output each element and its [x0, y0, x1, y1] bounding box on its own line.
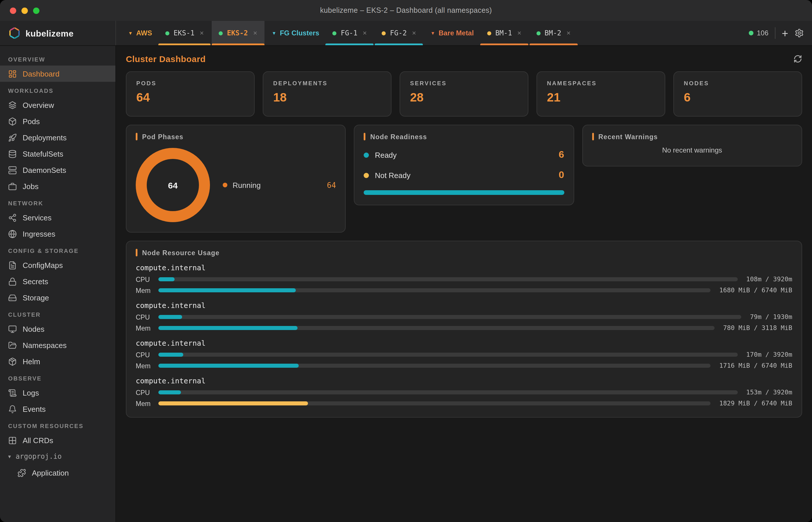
- sidebar-item-overview[interactable]: Overview: [0, 97, 116, 113]
- node-name: compute.internal: [136, 301, 792, 310]
- minimize-window-button[interactable]: [21, 7, 28, 14]
- close-tab-icon[interactable]: ×: [363, 29, 367, 37]
- mem-usage-row: Mem780 MiB / 3118 MiB: [136, 324, 792, 332]
- kubelizeme-logo-icon: [8, 27, 21, 39]
- sidebar-section-custom-resources: CUSTOM RESOURCES: [0, 417, 116, 432]
- add-cluster-button[interactable]: +: [782, 27, 788, 39]
- node-readiness-title: Node Readiness: [370, 133, 427, 140]
- readiness-row-ready: Ready6: [364, 149, 564, 161]
- chevron-down-icon: ▼: [431, 31, 435, 36]
- usage-track: [158, 390, 737, 395]
- tab-fg-1[interactable]: FG-1×: [326, 21, 374, 45]
- sidebar-item-dashboard[interactable]: Dashboard: [0, 65, 116, 82]
- pod-phases-donut: 64: [136, 148, 210, 222]
- sidebar-item-events[interactable]: Events: [0, 401, 116, 417]
- package-icon: [8, 357, 17, 366]
- folder-open-icon: [8, 341, 17, 349]
- close-window-button[interactable]: [10, 7, 16, 14]
- cluster-status-dot-icon: [536, 31, 541, 35]
- layout-dashboard-icon: [8, 69, 17, 78]
- cluster-status-dot-icon: [219, 31, 223, 35]
- settings-button[interactable]: [795, 28, 804, 38]
- panel-title: Node Readiness: [364, 133, 564, 140]
- sidebar-item-secrets[interactable]: Secrets: [0, 273, 116, 289]
- sidebar: OVERVIEWDashboardWORKLOADSOverviewPodsDe…: [0, 46, 116, 522]
- sidebar-item-helm[interactable]: Helm: [0, 353, 116, 369]
- sidebar-item-argoproj-io[interactable]: ▼argoproj.io: [0, 448, 116, 465]
- sidebar-item-logs[interactable]: Logs: [0, 384, 116, 401]
- sidebar-item-deployments[interactable]: Deployments: [0, 129, 116, 145]
- server-icon: [8, 166, 17, 174]
- usage-track: [158, 315, 741, 319]
- maximize-window-button[interactable]: [33, 7, 39, 14]
- sidebar-item-services[interactable]: Services: [0, 209, 116, 226]
- file-text-icon: [8, 261, 17, 269]
- refresh-button[interactable]: [793, 55, 802, 63]
- node-name: compute.internal: [136, 339, 792, 347]
- sidebar-item-storage[interactable]: Storage: [0, 289, 116, 306]
- sidebar-item-statefulsets[interactable]: StatefulSets: [0, 145, 116, 162]
- close-tab-icon[interactable]: ×: [567, 29, 571, 37]
- close-tab-icon[interactable]: ×: [412, 29, 416, 37]
- sidebar-item-all-crds[interactable]: All CRDs: [0, 432, 116, 448]
- window-title: kubelizeme – EKS-2 – Dashboard (all name…: [320, 6, 492, 15]
- stat-label: PODS: [136, 80, 244, 86]
- node-usage-block: compute.internalCPU170m / 3920mMem1716 M…: [136, 339, 792, 369]
- no-warnings-message: No recent warnings: [592, 146, 792, 154]
- tab-group-aws[interactable]: ▼AWS: [122, 21, 159, 45]
- sidebar-item-pods[interactable]: Pods: [0, 113, 116, 129]
- tab-eks-1[interactable]: EKS-1×: [159, 21, 211, 45]
- node-resource-usage-panel: Node Resource Usage compute.internalCPU1…: [126, 241, 802, 418]
- close-tab-icon[interactable]: ×: [517, 29, 522, 37]
- usage-track: [158, 364, 710, 368]
- stat-value: 6: [684, 91, 792, 104]
- puzzle-icon: [17, 468, 26, 477]
- sidebar-section-cluster: CLUSTER: [0, 306, 116, 321]
- sidebar-item-configmaps[interactable]: ConfigMaps: [0, 257, 116, 273]
- sidebar-item-namespaces[interactable]: Namespaces: [0, 337, 116, 353]
- usage-fill: [158, 315, 182, 319]
- stat-label: DEPLOYMENTS: [273, 80, 381, 86]
- stat-label: SERVICES: [410, 80, 518, 86]
- tab-underline: [375, 43, 423, 45]
- tab-group-bare-metal[interactable]: ▼Bare Metal: [424, 21, 480, 45]
- pod-total: 64: [168, 180, 178, 190]
- readiness-progress-bar: [364, 190, 564, 195]
- readiness-row-not-ready: Not Ready0: [364, 169, 564, 181]
- tab-underline: [480, 43, 528, 45]
- tab-group-fg-clusters[interactable]: ▼FG Clusters: [265, 21, 326, 45]
- refresh-icon: [793, 55, 802, 63]
- usage-fill: [158, 326, 298, 330]
- monitor-icon: [8, 324, 17, 333]
- node-usage-block: compute.internalCPU108m / 3920mMem1680 M…: [136, 263, 792, 294]
- mem-usage-row: Mem1716 MiB / 6740 MiB: [136, 362, 792, 369]
- tab-bm-1[interactable]: BM-1×: [480, 21, 528, 45]
- brand-name: kubelizeme: [25, 28, 74, 38]
- app-logo: kubelizeme: [0, 21, 116, 45]
- stat-label: NODES: [684, 80, 792, 86]
- stat-card-pods: PODS64: [126, 71, 255, 117]
- tab-bm-2[interactable]: BM-2×: [530, 21, 578, 45]
- sidebar-item-ingresses[interactable]: Ingresses: [0, 226, 116, 242]
- cpu-usage-row: CPU153m / 3920m: [136, 388, 792, 396]
- sidebar-item-application[interactable]: Application: [0, 465, 116, 481]
- usage-track: [158, 277, 737, 281]
- recent-warnings-title: Recent Warnings: [598, 133, 658, 140]
- recent-warnings-panel: Recent Warnings No recent warnings: [582, 125, 802, 166]
- stat-value: 18: [273, 91, 381, 104]
- app-window: kubelizeme – EKS-2 – Dashboard (all name…: [0, 0, 812, 522]
- cpu-usage-row: CPU108m / 3920m: [136, 276, 792, 283]
- hard-drive-icon: [8, 293, 17, 302]
- node-usage-title: Node Resource Usage: [142, 249, 220, 256]
- sidebar-item-nodes[interactable]: Nodes: [0, 321, 116, 337]
- box-icon: [8, 117, 17, 125]
- briefcase-icon: [8, 182, 17, 190]
- tab-fg-2[interactable]: FG-2×: [375, 21, 423, 45]
- tab-eks-2[interactable]: EKS-2×: [212, 21, 264, 45]
- sidebar-item-jobs[interactable]: Jobs: [0, 178, 116, 194]
- sidebar-item-daemonsets[interactable]: DaemonSets: [0, 162, 116, 178]
- legend-dot-icon: [223, 183, 227, 187]
- close-tab-icon[interactable]: ×: [200, 29, 204, 37]
- sidebar-section-network: NETWORK: [0, 194, 116, 209]
- close-tab-icon[interactable]: ×: [253, 29, 257, 37]
